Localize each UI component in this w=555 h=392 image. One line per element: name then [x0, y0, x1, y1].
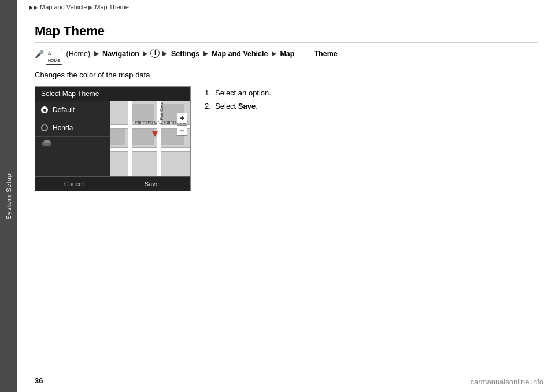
svg-rect-1 — [44, 140, 50, 143]
breadcrumb: ▶▶ Map and Vehicle ▶ Map Theme — [17, 0, 555, 14]
nav-map-vehicle: Map and Vehicle — [210, 49, 270, 60]
zoom-out-button[interactable]: − — [177, 125, 187, 136]
breadcrumb-arrow2: ▶ — [88, 4, 93, 10]
step1: 1. Select an option. — [205, 86, 271, 99]
option-honda[interactable]: Honda — [35, 119, 110, 137]
step2: 2. Select Save. — [205, 99, 271, 113]
zoom-in-button[interactable]: + — [177, 113, 187, 123]
option-default[interactable]: Default — [35, 101, 110, 119]
mini-map: Palmetto Dr. Palmetto Dr. S. Fair Oaks +… — [110, 101, 190, 176]
radio-default — [41, 106, 48, 113]
map-theme-ui: Select Map Theme Default — [35, 86, 191, 191]
mic-icon: 🎤 — [35, 49, 44, 60]
cancel-button[interactable]: Cancel — [35, 177, 113, 191]
nav-arrow-5: ▶ — [272, 49, 276, 58]
description: Changes the color of the map data. — [35, 71, 538, 79]
page-number: 36 — [35, 376, 43, 385]
car-icon — [41, 139, 53, 147]
nav-navigation: Navigation — [101, 49, 142, 60]
car-row — [35, 137, 110, 150]
nav-map-theme: Map — [278, 49, 294, 60]
step2-prefix: Select — [215, 102, 238, 110]
map-label-palmetto-dr: Palmetto Dr. — [135, 120, 160, 125]
main-content: ▶▶ Map and Vehicle ▶ Map Theme Map Theme… — [17, 0, 555, 392]
info-circle: i — [150, 49, 160, 58]
sidebar-label: System Setup — [5, 173, 12, 219]
svg-point-3 — [49, 145, 51, 147]
steps-section: 1. Select an option. 2. Select Save. — [205, 86, 271, 113]
map-pin — [152, 131, 158, 137]
map-options: Default Honda — [35, 101, 110, 176]
sidebar: System Setup — [0, 0, 17, 392]
option-honda-label: Honda — [53, 124, 73, 132]
step2-suffix: . — [256, 102, 258, 110]
step1-text: Select an option. — [215, 88, 271, 97]
map-label-side: S. Fair Oaks — [160, 102, 164, 125]
map-ui-title: Select Map Theme — [35, 87, 190, 101]
breadcrumb-arrows: ▶▶ — [29, 4, 38, 10]
map-ui-body: Default Honda — [35, 101, 190, 176]
home-box: ⌂HOME — [46, 49, 62, 65]
page-title: Map Theme — [35, 24, 538, 43]
save-button[interactable]: Save — [113, 177, 191, 191]
step2-bold: Save — [238, 102, 256, 110]
nav-map-theme-cont: Theme — [314, 49, 337, 60]
svg-point-2 — [43, 145, 45, 147]
nav-settings: Settings — [169, 49, 201, 60]
nav-home-text: (Home) — [64, 49, 92, 60]
option-default-label: Default — [53, 106, 75, 114]
content-area: Map Theme 🎤 ⌂HOME (Home) ▶ Navigation ▶ … — [17, 14, 555, 203]
nav-arrow-1: ▶ — [94, 49, 99, 58]
breadcrumb-item2: Map Theme — [95, 3, 129, 10]
nav-arrow-3: ▶ — [162, 49, 167, 58]
radio-honda — [41, 124, 48, 131]
nav-path: 🎤 ⌂HOME (Home) ▶ Navigation ▶ i ▶ Settin… — [35, 49, 538, 65]
nav-arrow-4: ▶ — [204, 49, 208, 58]
breadcrumb-item1: Map and Vehicle — [40, 3, 87, 10]
map-ui-footer: Cancel Save — [35, 176, 190, 191]
radio-default-inner — [43, 109, 46, 112]
nav-arrow-2: ▶ — [143, 49, 147, 58]
watermark: carmanualsonline.info — [471, 378, 543, 386]
screenshot-section: Select Map Theme Default — [35, 86, 538, 191]
